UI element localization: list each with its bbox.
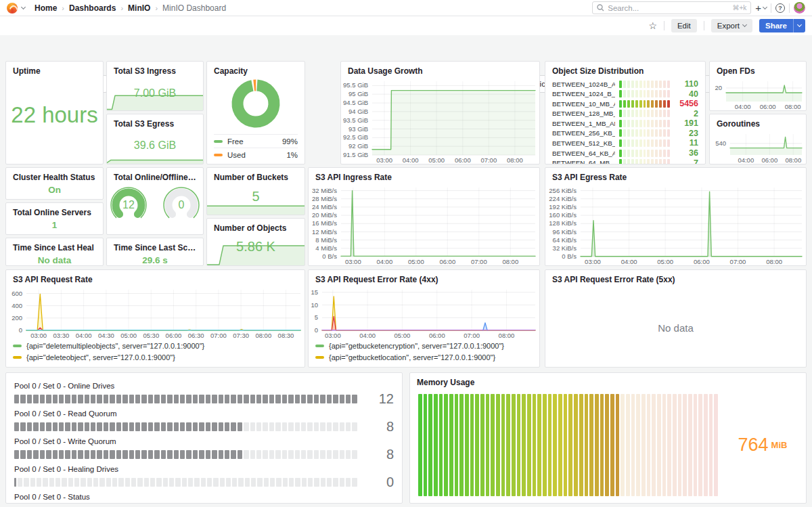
panel-title[interactable]: S3 API Request Rate bbox=[6, 270, 304, 286]
lcd-cell bbox=[199, 450, 204, 459]
osd-bar bbox=[619, 81, 670, 88]
osd-row: BETWEEN_64_MB_...7 bbox=[552, 158, 698, 164]
lcd-cell bbox=[320, 395, 325, 403]
panel-total-online-offline-drives: Total Online/Offline Dri... 12 0 bbox=[106, 167, 204, 235]
osd-label: BETWEEN_1024_B_... bbox=[552, 90, 615, 97]
lcd-cell bbox=[85, 422, 89, 431]
panel-title[interactable]: S3 API Egress Rate bbox=[545, 168, 806, 183]
panel-title[interactable]: Cluster Health Status bbox=[6, 168, 103, 183]
avatar[interactable] bbox=[794, 2, 805, 14]
lcd-cell bbox=[623, 100, 626, 108]
svg-text:32 MiB/s: 32 MiB/s bbox=[312, 187, 337, 194]
panel-health-breakdown: Health Breakdown Pool 0 / Set 0 - Online… bbox=[5, 372, 403, 504]
panel-title[interactable]: Memory Usage bbox=[410, 373, 806, 389]
grafana-logo[interactable] bbox=[7, 3, 18, 14]
svg-text:8 MiB/s: 8 MiB/s bbox=[315, 236, 337, 244]
lcd-cell bbox=[517, 394, 521, 496]
edit-button[interactable]: Edit bbox=[671, 19, 697, 32]
last-scan-value: 29.6 s bbox=[107, 255, 203, 265]
panel-title[interactable]: Open FDs bbox=[710, 62, 806, 77]
lcd-cell bbox=[220, 478, 225, 487]
breadcrumb-minio[interactable]: MinIO bbox=[128, 3, 150, 13]
lcd-cell bbox=[244, 395, 248, 403]
lcd-cell bbox=[289, 478, 294, 487]
share-button[interactable]: Share bbox=[759, 19, 793, 32]
share-menu-button[interactable] bbox=[793, 19, 805, 32]
panel-title[interactable]: Capacity bbox=[207, 62, 304, 77]
panel-title[interactable]: Total S3 Egress bbox=[107, 114, 203, 130]
osd-value: 40 bbox=[674, 89, 698, 99]
lcd-cell bbox=[20, 422, 25, 431]
lcd-cell bbox=[182, 478, 187, 487]
lcd-cell bbox=[97, 422, 102, 431]
panel-title[interactable]: Goroutines bbox=[710, 114, 806, 130]
health-row-value: 8 bbox=[365, 419, 394, 435]
svg-text:0 B/s: 0 B/s bbox=[322, 252, 337, 260]
panel-title[interactable]: Number of Buckets bbox=[207, 168, 304, 183]
lcd-cell bbox=[122, 422, 127, 431]
panel-title[interactable]: S3 API Request Error Rate (5xx) bbox=[545, 270, 806, 286]
lcd-cell bbox=[651, 150, 654, 157]
legend-swatch bbox=[315, 345, 324, 347]
panel-title[interactable]: Time Since Last Heal bbox=[6, 238, 103, 254]
lcd-cell bbox=[641, 394, 646, 496]
lcd-cell bbox=[631, 100, 634, 108]
health-row-value: 0 bbox=[365, 475, 394, 490]
plus-icon: + bbox=[755, 3, 761, 13]
lcd-cell bbox=[470, 394, 474, 496]
legend-item[interactable]: {api="getbucketlocation", server="127.0.… bbox=[315, 351, 533, 363]
legend-item[interactable]: {api="deleteobject", server="127.0.0.1:9… bbox=[13, 351, 298, 363]
svg-text:160 KiB/s: 160 KiB/s bbox=[549, 211, 577, 219]
export-button[interactable]: Export bbox=[711, 19, 752, 32]
lcd-cell bbox=[161, 450, 166, 459]
divider bbox=[704, 21, 704, 30]
panel-title[interactable]: Object Size Distribution bbox=[545, 62, 705, 77]
lcd-cell bbox=[647, 129, 650, 137]
panel-s3-api-ingress-rate: S3 API Ingress Rate 32 MiB/s28 MiB/s24 M… bbox=[308, 167, 540, 266]
lcd-cell bbox=[688, 394, 692, 496]
panel-title[interactable]: Total Online Servers bbox=[6, 203, 103, 219]
lcd-cell bbox=[55, 478, 60, 487]
lcd-cell bbox=[434, 394, 438, 496]
legend-item-used[interactable]: Used 1% bbox=[214, 148, 298, 161]
panel-goroutines: Goroutines 54004:0006:0008:00 bbox=[709, 114, 807, 164]
breadcrumb-home[interactable]: Home bbox=[35, 3, 57, 13]
svg-text:04:00: 04:00 bbox=[403, 156, 419, 164]
legend-item[interactable]: {api="getbucketencryption", server="127.… bbox=[315, 340, 533, 351]
panel-title[interactable]: S3 API Ingress Rate bbox=[309, 168, 539, 183]
legend-item[interactable]: {api="deletemultipleobjects", server="12… bbox=[13, 340, 298, 351]
lcd-cell bbox=[194, 478, 199, 487]
legend-item-free[interactable]: Free 99% bbox=[214, 134, 298, 148]
lcd-cell bbox=[459, 394, 464, 496]
lcd-cell bbox=[527, 394, 531, 496]
logo-chevron-down-icon[interactable] bbox=[21, 4, 26, 9]
breadcrumb-dashboards[interactable]: Dashboards bbox=[69, 3, 116, 13]
panel-title[interactable]: Time Since Last Scan bbox=[107, 238, 203, 254]
search-input[interactable] bbox=[608, 4, 729, 12]
lcd-cell bbox=[704, 394, 708, 496]
object-size-rows: BETWEEN_1024B_A...110BETWEEN_1024_B_...4… bbox=[545, 77, 705, 164]
star-icon[interactable]: ☆ bbox=[648, 21, 657, 30]
help-icon[interactable]: ? bbox=[775, 3, 785, 13]
lcd-cell bbox=[667, 129, 670, 137]
panel-title[interactable]: Data Usage Growth bbox=[341, 62, 539, 77]
search-box[interactable]: ⌘+k bbox=[592, 1, 751, 14]
panel-title[interactable]: Uptime bbox=[6, 62, 103, 77]
lcd-cell bbox=[346, 422, 351, 431]
panel-title[interactable]: Number of Objects bbox=[207, 219, 304, 234]
svg-text:12 MiB/s: 12 MiB/s bbox=[312, 228, 337, 236]
panel-object-size-distribution: Object Size Distribution BETWEEN_1024B_A… bbox=[545, 61, 706, 164]
panel-title[interactable]: S3 API Request Error Rate (4xx) bbox=[309, 270, 539, 286]
panel-title[interactable]: Total S3 Ingress bbox=[107, 62, 203, 77]
lcd-cell bbox=[206, 450, 210, 459]
lcd-cell bbox=[346, 478, 351, 487]
panel-title[interactable]: Total Online/Offline Dri... bbox=[107, 168, 203, 183]
lcd-cell bbox=[627, 139, 630, 147]
lcd-cell bbox=[238, 395, 242, 403]
lcd-cell bbox=[619, 90, 622, 97]
panel-total-s3-ingress: Total S3 Ingress 7.00 GiB bbox=[106, 61, 204, 111]
lcd-cell bbox=[635, 90, 638, 97]
panel-title[interactable]: Health Breakdown bbox=[6, 373, 402, 379]
buckets-value: 5 bbox=[207, 189, 304, 204]
new-menu-button[interactable]: + bbox=[755, 3, 767, 13]
